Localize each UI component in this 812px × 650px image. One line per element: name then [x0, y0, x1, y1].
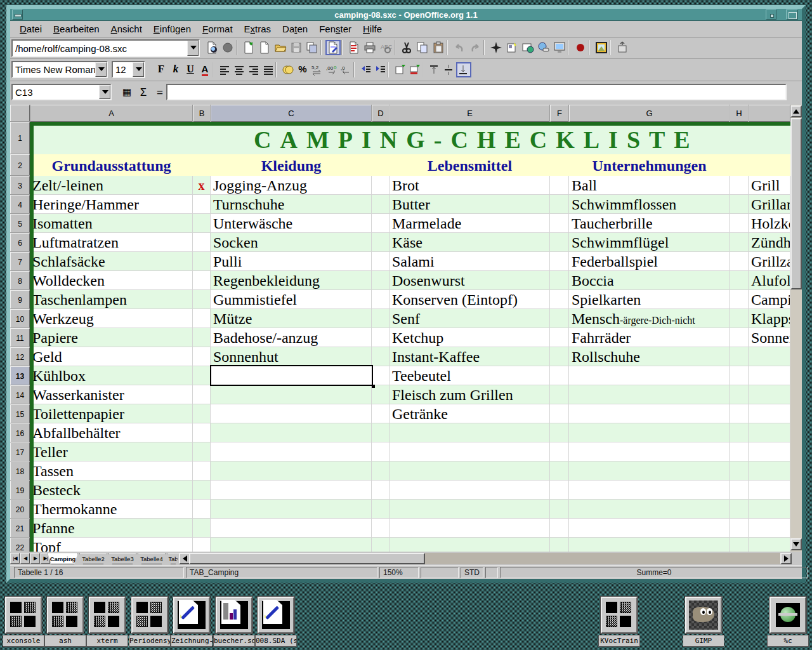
cell-A19[interactable]: Besteck	[30, 481, 193, 500]
italic-icon[interactable]: k	[168, 62, 183, 77]
cell-D6[interactable]	[372, 233, 390, 252]
cell-C22[interactable]	[211, 538, 372, 552]
cell-G16[interactable]	[569, 423, 730, 442]
cell-F12[interactable]	[550, 347, 569, 366]
hscroll-right-button[interactable]	[780, 553, 792, 564]
stylist-icon[interactable]	[504, 40, 520, 55]
cell-B20[interactable]	[193, 500, 211, 519]
section-header-G[interactable]: Unternehmungen	[569, 154, 730, 176]
cell-G15[interactable]	[569, 404, 730, 423]
cell-F22[interactable]	[550, 538, 569, 552]
cell-F8[interactable]	[550, 271, 569, 290]
cell-H16[interactable]	[730, 423, 749, 442]
cell-H6[interactable]	[730, 233, 749, 252]
cell-E21[interactable]	[390, 519, 550, 538]
indent-more-icon[interactable]	[373, 62, 388, 77]
row-header-3[interactable]: 3	[10, 176, 30, 195]
cell-D16[interactable]	[372, 423, 390, 442]
cell-G11[interactable]: Fahrräder	[569, 328, 730, 347]
col-header-G[interactable]: G	[569, 105, 730, 122]
align-right-icon[interactable]	[246, 62, 261, 77]
cell-D21[interactable]	[372, 519, 390, 538]
cell-E14[interactable]: Fleisch zum Grillen	[390, 385, 550, 404]
cell-G19[interactable]	[569, 481, 730, 500]
cell-C6[interactable]: Socken	[211, 233, 372, 252]
font-color-icon[interactable]: A	[197, 62, 213, 77]
cell-F5[interactable]	[550, 214, 569, 233]
align-bottom-icon[interactable]	[456, 62, 471, 77]
cell-H10[interactable]	[730, 309, 749, 328]
sum-icon[interactable]: Σ	[136, 86, 151, 102]
borders-icon[interactable]	[393, 62, 408, 77]
cell-A4[interactable]: Heringe/Hammer	[30, 195, 193, 214]
cell-B9[interactable]	[193, 290, 211, 309]
cell-I11[interactable]: Sonnenschirm	[749, 328, 790, 347]
cell-C12[interactable]: Sonnenhut	[211, 347, 372, 366]
image-frame-icon[interactable]	[594, 40, 609, 55]
titlebar[interactable]: camping-08.sxc - OpenOffice.org 1.1	[10, 9, 802, 21]
cell-D12[interactable]	[372, 347, 390, 366]
justify-icon[interactable]	[261, 62, 276, 77]
col-header-B[interactable]: B	[193, 105, 211, 122]
cell-H21[interactable]	[730, 519, 749, 538]
row-header-19[interactable]: 19	[10, 481, 30, 500]
cell-G7[interactable]: Federballspiel	[569, 252, 730, 271]
cell-H9[interactable]	[730, 290, 749, 309]
icon-image-draw[interactable]	[258, 597, 294, 633]
cell-H18[interactable]	[730, 461, 749, 481]
menu-einfügen[interactable]: Einfügen	[148, 22, 197, 36]
cell-D13[interactable]	[372, 366, 390, 385]
cell-G21[interactable]	[569, 519, 730, 538]
cell-B15[interactable]	[193, 404, 211, 423]
indent-less-icon[interactable]	[358, 62, 374, 77]
cell-F4[interactable]	[550, 195, 569, 214]
cell-B8[interactable]	[193, 271, 211, 290]
cell-F21[interactable]	[550, 519, 569, 538]
cell-E20[interactable]	[390, 500, 550, 519]
cell-I22[interactable]	[749, 538, 790, 552]
cell-H3[interactable]	[730, 176, 749, 195]
stop-icon[interactable]	[220, 40, 235, 55]
row-header-1[interactable]: 1	[10, 122, 30, 154]
col-header-partial[interactable]	[749, 105, 790, 122]
cell-E12[interactable]: Instant-Kaffee	[390, 347, 550, 366]
cell-F6[interactable]	[550, 233, 569, 252]
cell-C11[interactable]: Badehose/-anzug	[211, 328, 372, 347]
name-box-dropdown-icon[interactable]	[99, 85, 110, 99]
cell-B14[interactable]	[193, 385, 211, 404]
row-header-16[interactable]: 16	[10, 423, 30, 442]
cell-H17[interactable]	[730, 442, 749, 461]
cell-A6[interactable]: Luftmatratzen	[30, 233, 193, 252]
load-url-icon[interactable]	[204, 40, 219, 55]
cell-I21[interactable]	[749, 519, 790, 538]
sheet-tab-Camping[interactable]: Camping	[48, 553, 78, 564]
cell-E11[interactable]: Ketchup	[390, 328, 550, 347]
selected-cell-C13[interactable]	[210, 365, 373, 386]
cell-E5[interactable]: Marmelade	[390, 214, 550, 233]
selection-handle[interactable]	[372, 385, 375, 388]
icon-image-xapp[interactable]	[5, 597, 42, 633]
cell-C14[interactable]	[211, 385, 372, 404]
icon-image-calcdoc[interactable]	[216, 597, 252, 633]
cell-G22[interactable]	[569, 538, 730, 552]
cell-I13[interactable]	[749, 366, 790, 385]
redo-icon[interactable]	[468, 40, 483, 55]
cell-B19[interactable]	[193, 481, 211, 500]
scroll-up-button[interactable]	[790, 105, 802, 117]
function-wizard-icon[interactable]: ▦	[119, 86, 134, 102]
cell-B5[interactable]	[193, 214, 211, 233]
select-all-corner[interactable]	[10, 105, 30, 122]
cell-I6[interactable]: Zündhölzer	[749, 233, 790, 252]
cell-A14[interactable]: Wasserkanister	[30, 385, 193, 404]
section-header-E[interactable]: Lebensmittel	[390, 154, 550, 176]
align-vcenter-icon[interactable]	[442, 62, 457, 77]
row-header-17[interactable]: 17	[10, 442, 30, 461]
row-header-11[interactable]: 11	[10, 328, 30, 347]
row-header-12[interactable]: 12	[10, 347, 30, 366]
vscroll-thumb[interactable]	[790, 118, 802, 289]
cell-H8[interactable]	[730, 271, 749, 290]
col-header-F[interactable]: F	[550, 105, 569, 122]
cell-G20[interactable]	[569, 500, 730, 519]
cell-I17[interactable]	[749, 442, 790, 461]
cut-icon[interactable]	[399, 40, 414, 55]
